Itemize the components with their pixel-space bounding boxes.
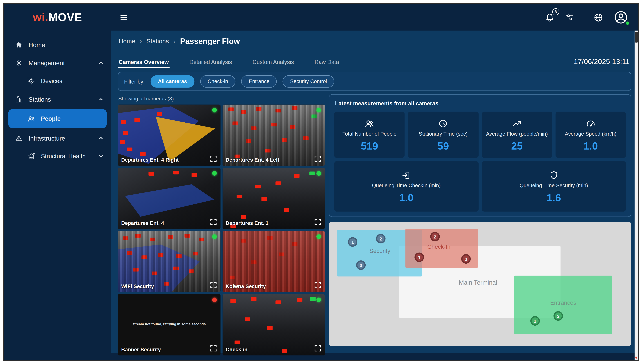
terminal-map: Security Check-In Main Terminal Entrance… [329,222,631,346]
measurement-value: 519 [361,140,378,152]
camera-feed [222,168,325,229]
entrance-camera-marker[interactable]: 2 [553,311,563,320]
detection-box [261,197,267,201]
menu-toggle-button[interactable] [117,11,130,24]
security-camera-marker[interactable]: 1 [348,237,357,247]
sidebar-item-devices[interactable]: Devices [4,72,111,90]
fullscreen-button[interactable] [210,282,218,290]
measurements-panel: Latest measurements from all cameras Tot… [329,94,631,217]
detection-box [230,276,235,280]
vertical-scrollbar[interactable] [634,30,638,360]
fullscreen-button[interactable] [314,345,322,353]
detection-box [290,125,295,129]
detection-box [199,238,204,242]
sidebar-item-people[interactable]: People [8,109,107,128]
sidebar-item-label: Infrastructure [29,134,65,142]
checkin-camera-marker[interactable]: 1 [415,252,424,262]
tab-detailed-analysis[interactable]: Detailed Analysis [189,53,233,70]
detection-box [228,108,234,111]
measurements-title: Latest measurements from all cameras [335,100,626,106]
detection-box [311,114,317,118]
detection-box [152,271,157,275]
detection-box [176,254,182,258]
breadcrumb-home[interactable]: Home [119,38,135,45]
detection-box [127,147,132,151]
sidebar-item-stations[interactable]: Stations [4,90,111,108]
fullscreen-button[interactable] [210,218,218,226]
zone-label-main-terminal: Main Terminal [459,279,497,286]
sidebar-item-home[interactable]: Home [4,36,111,54]
fullscreen-icon [210,218,217,226]
detection-box [276,300,281,304]
camera-tile[interactable]: Check-in [222,294,325,356]
notifications-button[interactable]: 3 [544,12,556,23]
filter-bar: Filter by: All cameras Check-in Entrance… [118,72,631,91]
detection-box [282,138,287,142]
people-icon [365,118,375,128]
camera-name: Departures Ent. 4 [121,220,164,226]
scrollbar-down-arrow[interactable] [635,357,637,359]
language-button[interactable] [592,11,604,23]
camera-tile[interactable]: Kolwna Security [222,231,325,292]
shield-icon [549,170,559,180]
fullscreen-button[interactable] [210,155,218,163]
sidebar-item-structural-health[interactable]: Structural Health [4,147,111,165]
fullscreen-button[interactable] [210,345,218,353]
fullscreen-button[interactable] [314,218,322,226]
detection-box [157,112,162,116]
breadcrumb-stations[interactable]: Stations [146,38,169,45]
measurement-card: Average Flow (people/min) 25 [482,112,552,158]
preferences-button[interactable] [564,12,575,23]
tabs-row: Cameras Overview Detailed Analysis Custo… [118,52,631,71]
online-status-dot [625,20,630,26]
camera-tile[interactable]: WiFi Security [118,231,220,292]
account-button[interactable] [613,9,629,26]
camera-tile[interactable]: Departures Ent. 4 Right [118,104,220,166]
detection-box [135,234,141,238]
notification-badge: 3 [552,8,559,15]
detection-box [267,236,273,240]
tab-custom-analysis[interactable]: Custom Analysis [252,53,295,70]
cameras-section: Showing all cameras (8) [118,94,325,355]
camera-tile[interactable]: Departures Ent. 4 [118,168,220,229]
camera-feed [118,231,220,292]
camera-tile[interactable]: Departures Ent. 4 Left [222,104,325,166]
security-camera-marker[interactable]: 2 [376,234,386,243]
filter-pill-security-control[interactable]: Security Control [283,75,335,88]
measurement-label: Total Number of People [343,131,397,136]
camera-tile[interactable]: stream not found, retrying in some secon… [118,294,220,356]
measurement-card: Average Speed (km/h) 1.0 [555,112,626,158]
detection-box [241,216,246,219]
sidebar-item-label: Management [29,59,65,66]
camera-feed [222,294,325,356]
detection-box [278,252,284,256]
sidebar: Home Management Devices Stations People [4,30,111,360]
chevron-up-icon [98,96,104,102]
checkin-camera-marker[interactable]: 2 [430,232,440,241]
fullscreen-button[interactable] [314,155,322,163]
detection-box [241,110,246,114]
app-window: wi.MOVE 3 Home [3,3,639,361]
camera-name: Check-in [226,347,247,352]
filter-pill-all-cameras[interactable]: All cameras [150,75,194,88]
camera-tile[interactable]: Departures Ent. 1 [222,168,325,229]
measurements-section: Latest measurements from all cameras Tot… [329,94,631,346]
sidebar-item-management[interactable]: Management [4,54,111,72]
zone-overlay-blue [118,231,220,292]
checkin-camera-marker[interactable]: 3 [461,254,471,264]
tab-cameras-overview[interactable]: Cameras Overview [118,53,170,70]
scrollbar-thumb[interactable] [635,32,638,42]
filter-pill-entrance[interactable]: Entrance [241,75,277,88]
detection-box [276,109,281,112]
fullscreen-button[interactable] [314,282,322,290]
logo-prefix: wi. [33,11,48,24]
detection-box [265,148,271,152]
detection-box [141,256,147,259]
tab-raw-data[interactable]: Raw Data [314,53,340,70]
detection-box [232,122,238,125]
filter-pill-check-in[interactable]: Check-in [200,75,236,88]
fullscreen-icon [210,155,217,162]
entrance-camera-marker[interactable]: 1 [530,316,540,326]
security-camera-marker[interactable]: 3 [356,260,366,270]
sidebar-item-infrastructure[interactable]: Infrastructure [4,129,111,147]
